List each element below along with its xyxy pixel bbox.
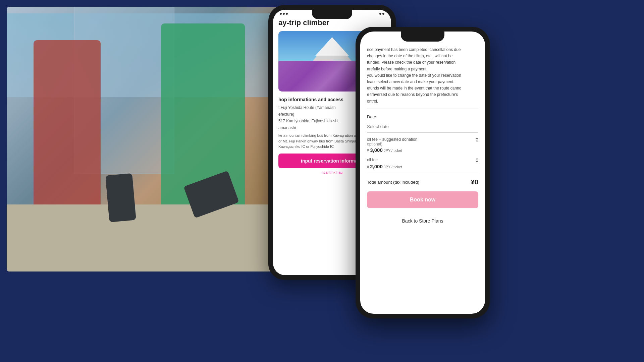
toll-fee-count: 0 [472, 158, 478, 163]
toll-fee-price: 2,000 [370, 164, 383, 169]
phone-notch-back [312, 10, 352, 19]
date-label: Date [367, 114, 478, 119]
toll-fee-unit: JPY / ticket [384, 165, 402, 169]
phone-notch-front [401, 32, 444, 42]
back-phone-title: ay-trip climber [278, 18, 386, 27]
back-to-store-plans-link[interactable]: Back to Store Plans [367, 215, 478, 227]
toll-fee-row: oll fee ¥ 2,000 JPY / ticket 0 [367, 158, 478, 169]
total-amount: ¥0 [471, 178, 478, 186]
total-label: Total amount (tax included) [367, 180, 419, 185]
toll-fee-optional-count: 0 [472, 137, 478, 142]
photo-area [7, 7, 278, 272]
date-input[interactable] [367, 121, 478, 132]
toll-fee-optional-label: oll fee + suggested donation [367, 137, 472, 142]
total-row: Total amount (tax included) ¥0 [367, 178, 478, 186]
date-section: Date [367, 114, 478, 132]
toll-fee-optional-price: 3,000 [370, 147, 383, 153]
toll-fee-optional-currency: ¥ [367, 148, 370, 153]
toll-fee-currency: ¥ [367, 165, 370, 169]
cancellation-policy-text: nce payment has been completed, cancella… [367, 47, 478, 109]
toll-fee-optional-sublabel: optional) [367, 142, 472, 146]
toll-fee-optional-unit: JPY / ticket [384, 148, 402, 153]
toll-fee-optional-row: oll fee + suggested donation optional) ¥… [367, 137, 478, 153]
toll-fee-label: oll fee [367, 158, 472, 162]
divider [367, 174, 478, 174]
book-now-button[interactable]: Book now [367, 191, 478, 208]
phone-mockup-front: nce payment has been completed, cancella… [356, 27, 490, 318]
